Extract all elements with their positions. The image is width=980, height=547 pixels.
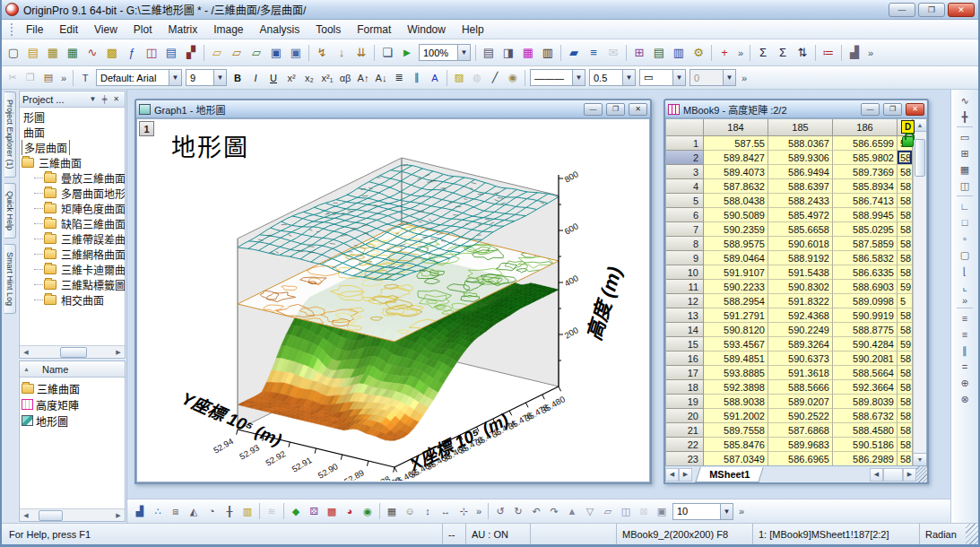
new-project-icon[interactable]: ▢ xyxy=(4,43,23,62)
tilt-left-icon[interactable]: ↶ xyxy=(527,503,545,519)
code-builder-icon[interactable]: ⚙ xyxy=(689,43,708,62)
tree-subfolder[interactable]: 矩陣色度曲面 xyxy=(22,201,125,216)
matrix-cell[interactable]: 590.4284 xyxy=(833,337,898,352)
matrix-cell[interactable]: 591.9107 xyxy=(704,265,768,280)
matrix-cell[interactable]: 588.2433 xyxy=(768,194,833,208)
tree-subfolder[interactable]: 三維網格曲面 xyxy=(22,247,125,262)
matrix-cell-partial[interactable]: 58 xyxy=(898,251,913,265)
statistics-on-rows-icon[interactable]: Σ xyxy=(753,43,773,62)
matrix-cell[interactable]: 586.2989 xyxy=(833,452,898,465)
toolbar-options-chevron-icon[interactable]: » xyxy=(958,295,971,306)
lock-icon[interactable] xyxy=(902,136,914,147)
menu-window[interactable]: Window xyxy=(399,22,454,38)
tree-subfolder[interactable]: 三維卡迪爾曲 xyxy=(22,262,125,277)
new-fit-icon[interactable]: ▞ xyxy=(181,43,201,62)
dock-tab-1[interactable]: Quick Help xyxy=(4,183,16,239)
new-graph-icon[interactable]: ∿ xyxy=(82,43,102,62)
layer-contents-icon[interactable]: ≡ xyxy=(584,43,603,62)
matrix-image-icon[interactable]: ▩ xyxy=(323,503,341,519)
matrix-grid[interactable]: 1841851861587.55588.0367586.6599582589.8… xyxy=(666,119,913,465)
matrix-cell-partial[interactable]: 58 xyxy=(898,237,913,251)
dock-tab-2[interactable]: Smart Hint Log xyxy=(4,244,16,314)
row-header-3[interactable]: 3 xyxy=(666,165,704,179)
matrix-cell[interactable]: 586.5832 xyxy=(833,251,898,265)
matrix-cell[interactable]: 592.3664 xyxy=(833,380,898,395)
new-workbook-icon[interactable]: ▦ xyxy=(43,43,63,62)
distribute-v-icon[interactable]: = xyxy=(956,359,974,375)
contents-item[interactable]: 地形圖 xyxy=(22,412,123,429)
polar-chart-icon[interactable]: ◔ xyxy=(203,503,221,519)
pattern-button[interactable]: ◍ xyxy=(468,70,486,86)
menu-plot[interactable]: Plot xyxy=(126,22,160,38)
matrix-cell[interactable]: 590.5186 xyxy=(833,438,898,452)
3d-pie-icon[interactable]: ◕ xyxy=(341,503,359,519)
corner-header[interactable] xyxy=(666,119,704,136)
frame-left-bottom-icon[interactable]: ∟ xyxy=(956,198,974,214)
matrix-cell[interactable]: 585.9802 xyxy=(833,151,898,165)
matrix-cell[interactable]: 589.0464 xyxy=(704,251,768,265)
matrix-cell[interactable]: 589.3264 xyxy=(768,337,833,352)
matrix-cell[interactable]: 589.9306 xyxy=(768,151,833,165)
new-matrix-icon[interactable]: ▩ xyxy=(102,43,122,62)
rotate-mode-icon[interactable]: ▣ xyxy=(653,503,671,519)
matrix-cell[interactable]: 590.8302 xyxy=(768,280,833,294)
matrix-cell[interactable]: 588.9038 xyxy=(704,395,768,409)
script-window-icon[interactable]: ▥ xyxy=(669,43,689,62)
menu-analysis[interactable]: Analysis xyxy=(252,22,308,38)
matrix-cell[interactable]: 589.8039 xyxy=(833,395,898,409)
row-header-6[interactable]: 6 xyxy=(666,208,704,222)
row-header-2[interactable]: 2 xyxy=(666,151,704,165)
matrix-cell[interactable]: 591.3618 xyxy=(768,366,833,380)
menu-help[interactable]: Help xyxy=(454,22,492,38)
rescale-tool-icon[interactable]: ∿ xyxy=(956,92,974,109)
matrix-cell[interactable]: 589.4851 xyxy=(704,352,768,366)
add-column-icon[interactable]: + xyxy=(715,43,734,62)
zoom-select[interactable]: 100%▼ xyxy=(419,44,471,61)
matrix-cell-partial[interactable]: 58 xyxy=(898,452,913,465)
rotation-angle-select[interactable]: 10▼ xyxy=(672,503,733,520)
matrix-cell-partial[interactable]: 58 xyxy=(898,395,913,409)
matrix-window[interactable]: MBook9 - 高度矩陣 :2/2 — ❐ ✕ 1841851861587.5… xyxy=(663,99,929,484)
matrix-cell[interactable]: 592.3898 xyxy=(704,380,768,395)
mask-region-icon[interactable]: ▦ xyxy=(383,503,401,519)
import-wizard-icon[interactable]: ↯ xyxy=(312,43,332,62)
matrix-cell-partial[interactable]: 58 xyxy=(898,308,913,323)
matrix-cell[interactable]: 585.8476 xyxy=(704,438,768,452)
3d-surface-stack-icon[interactable]: ≋ xyxy=(263,503,281,519)
cut-icon[interactable]: ✂ xyxy=(4,70,22,86)
scroll-left-icon[interactable]: ◀ xyxy=(20,347,32,358)
matrix-cell[interactable]: 588.6732 xyxy=(833,409,898,423)
row-header-9[interactable]: 9 xyxy=(666,251,704,265)
offset-icon[interactable]: ◫ xyxy=(617,503,635,519)
matrix-cell-partial[interactable]: 58 xyxy=(898,323,913,337)
matrix-cell[interactable]: 590.6373 xyxy=(768,352,833,366)
matrix-cell[interactable]: 588.0367 xyxy=(768,136,833,151)
row-header-10[interactable]: 10 xyxy=(666,265,704,280)
row-header-8[interactable]: 8 xyxy=(666,237,704,251)
stock-chart-icon[interactable]: ╂ xyxy=(221,503,238,519)
underline-button[interactable]: U xyxy=(265,70,282,86)
matrix-cell[interactable]: 588.5666 xyxy=(768,380,833,395)
matrix-cell[interactable]: 588.5664 xyxy=(833,366,898,380)
window-resize-grip[interactable] xyxy=(966,524,978,544)
matrix-cell[interactable]: 587.6868 xyxy=(768,423,833,438)
project-explorer-icon[interactable]: ⊞ xyxy=(629,43,649,62)
mask-object-icon[interactable]: ☺ xyxy=(401,503,419,519)
contents-item[interactable]: 三維曲面 xyxy=(22,380,123,396)
duplicate-window-icon[interactable]: ❏ xyxy=(377,43,397,62)
row-header-14[interactable]: 14 xyxy=(666,323,704,337)
menu-format[interactable]: Format xyxy=(349,22,399,38)
row-header-5[interactable]: 5 xyxy=(666,194,704,208)
matrix-cell[interactable]: 589.0207 xyxy=(768,395,833,409)
matrix-cell[interactable]: 589.8427 xyxy=(704,151,768,165)
sort-icon[interactable]: ⇅ xyxy=(793,43,812,62)
mail-icon[interactable]: ✉ xyxy=(603,43,623,62)
matrix-cell[interactable]: 588.6397 xyxy=(768,179,833,194)
matrix-cell[interactable]: 588.9192 xyxy=(768,251,833,265)
toolbar-options-chevron-icon[interactable]: » xyxy=(735,506,748,517)
area-chart-icon[interactable]: ◭ xyxy=(185,503,203,519)
matrix-cell-partial[interactable]: 58 xyxy=(898,179,913,194)
tree-subfolder[interactable]: 三維點標籤圖 xyxy=(22,277,125,292)
layer-1-button[interactable]: 1 xyxy=(139,121,154,136)
matrix-cell[interactable]: 588.9575 xyxy=(704,237,768,251)
